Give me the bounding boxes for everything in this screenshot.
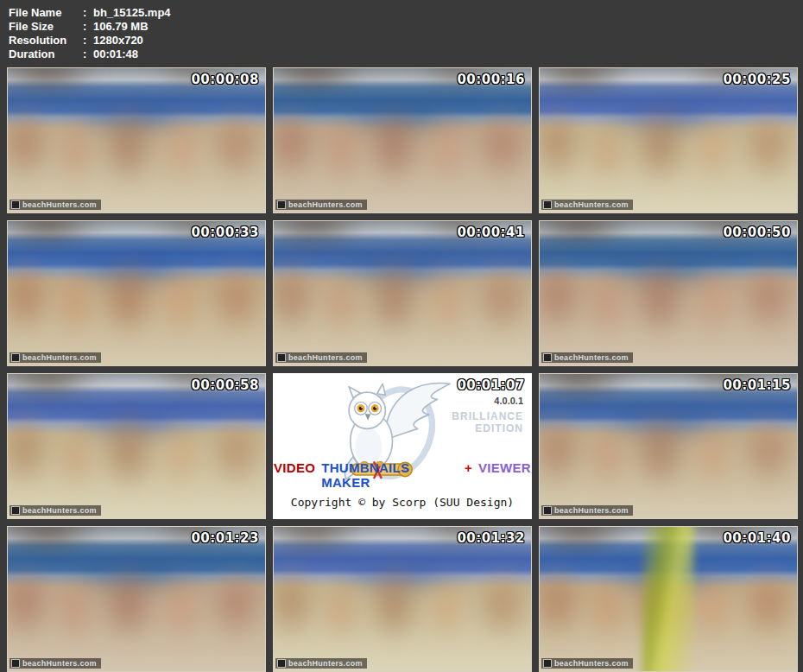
watermark-text: beachHunters.com xyxy=(554,659,629,668)
watermark-text: beachHunters.com xyxy=(22,659,97,668)
edition-label: BRILLIANCE EDITION xyxy=(452,410,523,434)
watermark-text: beachHunters.com xyxy=(554,353,629,362)
watermark-logo-icon xyxy=(11,353,20,362)
timestamp-overlay: 00:01:15 xyxy=(723,377,791,393)
separator: : xyxy=(83,6,93,20)
version-label: 4.0.0.1 xyxy=(494,396,523,406)
watermark-text: beachHunters.com xyxy=(22,353,97,362)
brand-title-part: VIDEO xyxy=(274,460,315,490)
timestamp-overlay: 00:00:33 xyxy=(191,225,259,240)
thumbnail-placeholder xyxy=(540,221,797,365)
duration-row: Duration:00:01:48 xyxy=(9,48,803,61)
file-size-row: File Size:106.79 MB xyxy=(9,20,803,34)
watermark-logo-icon xyxy=(277,659,286,668)
file-info-header: File Name:bh_15125.mp4 File Size:106.79 … xyxy=(0,0,803,64)
watermark: beachHunters.com xyxy=(541,505,633,516)
thumbnail-placeholder xyxy=(8,527,265,671)
watermark-logo-icon xyxy=(543,353,552,362)
watermark-logo-icon xyxy=(11,200,20,209)
video-thumbnail[interactable]: 00:00:08 beachHunters.com xyxy=(7,67,266,213)
blurred-content xyxy=(7,373,266,519)
watermark: beachHunters.com xyxy=(9,200,101,210)
file-size-label: File Size xyxy=(9,20,83,34)
timestamp-overlay: 00:01:23 xyxy=(191,530,259,546)
watermark: beachHunters.com xyxy=(541,352,633,363)
thumbnail-placeholder xyxy=(8,374,265,518)
thumbnail-placeholder xyxy=(540,68,797,212)
thumbnail-placeholder xyxy=(274,221,531,365)
file-name-value: bh_15125.mp4 xyxy=(93,6,171,20)
blurred-content xyxy=(273,67,532,213)
separator: : xyxy=(83,48,93,61)
video-thumbnail[interactable]: 00:00:50 beachHunters.com xyxy=(539,220,798,366)
blurred-content xyxy=(7,220,266,366)
timestamp-overlay: 00:01:07 xyxy=(457,377,525,393)
resolution-value: 1280x720 xyxy=(93,34,143,48)
timestamp-overlay: 00:00:08 xyxy=(191,72,259,87)
watermark-logo-icon xyxy=(11,659,20,668)
brand-title: VIDEOTHUMBNAILS MAKER+VIEWER xyxy=(274,460,531,490)
watermark: beachHunters.com xyxy=(9,352,101,363)
timestamp-overlay: 00:00:25 xyxy=(723,72,791,87)
watermark: beachHunters.com xyxy=(9,658,101,669)
watermark-logo-icon xyxy=(277,200,286,209)
timestamp-overlay: 00:00:50 xyxy=(723,225,791,240)
video-thumbnail[interactable]: 00:00:16 beachHunters.com xyxy=(273,67,532,213)
brand-title-part: VIEWER xyxy=(478,460,531,490)
watermark-text: beachHunters.com xyxy=(288,200,363,209)
blurred-content xyxy=(539,67,798,213)
duration-value: 00:01:48 xyxy=(93,48,138,61)
watermark-text: beachHunters.com xyxy=(554,506,629,515)
watermark: beachHunters.com xyxy=(275,352,367,363)
thumbnail-placeholder xyxy=(540,527,797,671)
timestamp-overlay: 00:01:40 xyxy=(723,530,791,546)
edition-line2: EDITION xyxy=(452,422,523,434)
watermark: beachHunters.com xyxy=(541,200,633,210)
timestamp-overlay: 00:00:16 xyxy=(457,72,525,87)
thumbnail-placeholder xyxy=(8,221,265,365)
video-thumbnail[interactable]: 00:01:32 beachHunters.com xyxy=(273,526,532,672)
blurred-content xyxy=(539,373,798,519)
timestamp-overlay: 00:00:58 xyxy=(191,377,259,393)
file-name-label: File Name xyxy=(9,6,83,20)
watermark-logo-icon xyxy=(11,506,20,515)
watermark-logo-icon xyxy=(543,659,552,668)
video-thumbnail[interactable]: 00:01:40 beachHunters.com xyxy=(539,526,798,672)
resolution-label: Resolution xyxy=(9,34,83,48)
thumbnail-placeholder xyxy=(274,68,531,212)
brand-title-part: + xyxy=(465,460,472,490)
separator: : xyxy=(83,34,93,48)
resolution-row: Resolution:1280x720 xyxy=(9,34,803,48)
watermark-logo-icon xyxy=(543,200,552,209)
blurred-content xyxy=(7,526,266,672)
copyright-text: Copyright © by Scorp (SUU Design) xyxy=(274,496,531,509)
file-size-value: 106.79 MB xyxy=(93,20,149,34)
watermark: beachHunters.com xyxy=(275,200,367,210)
file-name-row: File Name:bh_15125.mp4 xyxy=(9,6,803,20)
video-thumbnail[interactable]: 00:01:23 beachHunters.com xyxy=(7,526,266,672)
blurred-content xyxy=(273,220,532,366)
thumbnail-placeholder xyxy=(8,68,265,212)
watermark-text: beachHunters.com xyxy=(288,353,363,362)
video-thumbnail[interactable]: 00:00:41 beachHunters.com xyxy=(273,220,532,366)
watermark: beachHunters.com xyxy=(9,505,101,516)
watermark-text: beachHunters.com xyxy=(22,506,97,515)
video-thumbnail[interactable]: 00:00:25 beachHunters.com xyxy=(539,67,798,213)
timestamp-overlay: 00:00:41 xyxy=(457,225,525,240)
blurred-content xyxy=(273,526,532,672)
watermark-text: beachHunters.com xyxy=(554,200,629,209)
edition-line1: BRILLIANCE xyxy=(452,410,523,422)
video-thumbnail[interactable]: 00:01:15 beachHunters.com xyxy=(539,373,798,519)
watermark-text: beachHunters.com xyxy=(22,200,97,209)
watermark: beachHunters.com xyxy=(541,658,633,669)
branding-tile[interactable]: 00:01:07 4.0.0.1 BRILLIANCE EDITION VIDE… xyxy=(273,373,532,519)
blurred-content xyxy=(539,220,798,366)
video-thumbnail[interactable]: 00:00:58 beachHunters.com xyxy=(7,373,266,519)
watermark-logo-icon xyxy=(277,353,286,362)
thumbnail-placeholder xyxy=(274,527,531,671)
duration-label: Duration xyxy=(9,48,83,61)
timestamp-overlay: 00:01:32 xyxy=(457,530,525,546)
video-thumbnail[interactable]: 00:00:33 beachHunters.com xyxy=(7,220,266,366)
brand-title-part: THUMBNAILS MAKER xyxy=(321,460,458,490)
watermark-text: beachHunters.com xyxy=(288,659,363,668)
